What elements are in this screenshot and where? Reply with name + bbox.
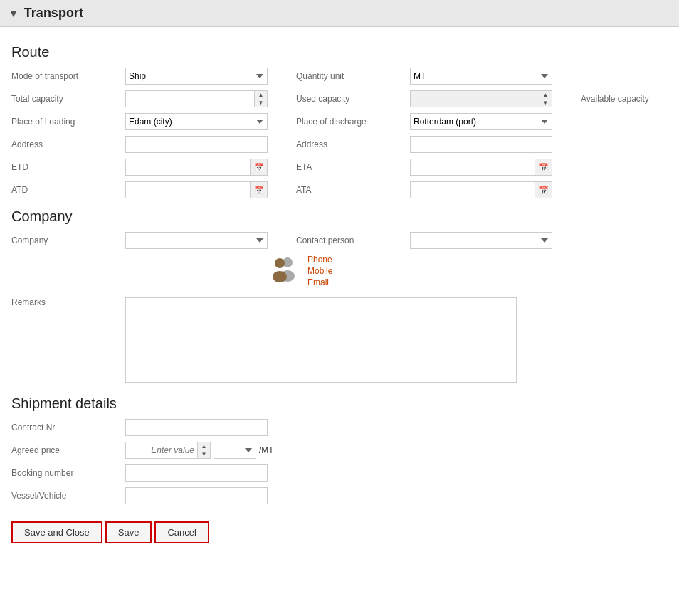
- used-capacity-input[interactable]: 33.00: [410, 90, 552, 107]
- mode-of-transport-label: Mode of transport: [11, 71, 125, 81]
- agreed-price-unit-select[interactable]: [214, 442, 256, 459]
- place-of-loading-label: Place of Loading: [11, 117, 125, 127]
- save-and-close-button[interactable]: Save and Close: [11, 521, 102, 543]
- phone-link[interactable]: Phone: [307, 255, 332, 265]
- agreed-price-spin-up[interactable]: ▲: [198, 442, 210, 450]
- agreed-price-unit-label: /MT: [259, 445, 274, 455]
- place-of-loading-select[interactable]: Edam (city): [125, 113, 268, 130]
- mode-of-transport-container: Ship: [125, 68, 268, 85]
- company-select-container: [125, 232, 268, 249]
- mode-of-transport-select[interactable]: Ship: [125, 68, 268, 85]
- etd-container: 9/1/2014 📅: [125, 159, 268, 176]
- etd-label: ETD: [11, 162, 125, 172]
- mobile-link[interactable]: Mobile: [307, 266, 332, 276]
- save-button[interactable]: Save: [105, 521, 152, 543]
- agreed-price-row: ▲ ▼ /MT: [125, 442, 381, 459]
- svg-point-2: [275, 258, 285, 268]
- footer-buttons: Save and Close Save Cancel: [11, 521, 668, 551]
- remarks-label: Remarks: [11, 297, 125, 307]
- quantity-unit-container: MT: [410, 68, 552, 85]
- total-capacity-input[interactable]: 33.000: [125, 90, 268, 107]
- contact-links: Phone Mobile Email: [307, 255, 332, 287]
- etd-input[interactable]: 9/1/2014: [125, 159, 251, 176]
- address-discharge-input[interactable]: [410, 136, 552, 153]
- contact-info-area: Phone Mobile Email: [268, 255, 668, 287]
- eta-label: ETA: [296, 162, 410, 172]
- used-capacity-label: Used capacity: [296, 94, 410, 104]
- contract-nr-input[interactable]: [125, 419, 268, 436]
- company-select[interactable]: [125, 232, 268, 249]
- address-loading-input[interactable]: [125, 136, 268, 153]
- people-icon: [268, 256, 299, 287]
- address-loading-label: Address: [11, 139, 125, 149]
- quantity-unit-label: Quantity unit: [296, 71, 410, 81]
- booking-number-label: Booking number: [11, 468, 125, 478]
- vessel-vehicle-label: Vessel/Vehicle: [11, 491, 125, 501]
- route-section-title: Route: [11, 44, 668, 60]
- eta-container: 9/30/2014 📅: [410, 159, 552, 176]
- used-capacity-spinners: ▲ ▼: [539, 91, 552, 107]
- company-section-title: Company: [11, 208, 668, 225]
- used-capacity-spin-down[interactable]: ▼: [539, 99, 552, 107]
- email-link[interactable]: Email: [307, 277, 332, 287]
- route-form-grid: Mode of transport Ship Quantity unit MT …: [11, 68, 668, 198]
- shipment-section-title: Shipment details: [11, 395, 668, 412]
- company-form-grid: Company Contact person: [11, 232, 668, 249]
- booking-number-input[interactable]: [125, 464, 268, 482]
- used-capacity-spin-up[interactable]: ▲: [539, 91, 552, 99]
- title-bar: ▼ Transport: [0, 0, 679, 27]
- atd-label: ATD: [11, 185, 125, 195]
- agreed-price-spin-container: ▲ ▼: [125, 442, 211, 459]
- remarks-textarea[interactable]: [125, 297, 517, 383]
- used-capacity-container: 33.00 ▲ ▼: [410, 90, 552, 107]
- etd-calendar-button[interactable]: 📅: [251, 159, 268, 176]
- ata-container: 📅: [410, 181, 552, 198]
- available-capacity-label: Available capacity: [581, 94, 679, 104]
- address-discharge-label: Address: [296, 139, 410, 149]
- agreed-price-spin-down[interactable]: ▼: [198, 450, 210, 458]
- contract-nr-label: Contract Nr: [11, 423, 125, 432]
- atd-container: 📅: [125, 181, 268, 198]
- ata-calendar-button[interactable]: 📅: [535, 181, 552, 198]
- contact-person-container: [410, 232, 552, 249]
- total-capacity-spin-down[interactable]: ▼: [255, 99, 267, 107]
- page-title: Transport: [24, 6, 83, 21]
- place-of-discharge-container: Rotterdam (port): [410, 113, 552, 130]
- cancel-button[interactable]: Cancel: [154, 521, 209, 543]
- contact-person-select[interactable]: [410, 232, 552, 249]
- place-of-discharge-label: Place of discharge: [296, 117, 410, 127]
- total-capacity-container: 33.000 ▲ ▼: [125, 90, 268, 107]
- total-capacity-spin-up[interactable]: ▲: [255, 91, 267, 99]
- eta-input[interactable]: 9/30/2014: [410, 159, 535, 176]
- place-of-discharge-select[interactable]: Rotterdam (port): [410, 113, 552, 130]
- eta-calendar-button[interactable]: 📅: [535, 159, 552, 176]
- agreed-price-spinners: ▲ ▼: [197, 442, 210, 458]
- atd-calendar-button[interactable]: 📅: [251, 181, 268, 198]
- contact-person-label: Contact person: [296, 235, 410, 245]
- ata-label: ATA: [296, 185, 410, 195]
- main-content: Route Mode of transport Ship Quantity un…: [0, 27, 679, 565]
- company-label: Company: [11, 235, 125, 245]
- shipment-form-grid: Contract Nr Agreed price ▲ ▼ /MT Booking…: [11, 419, 668, 504]
- quantity-unit-select[interactable]: MT: [410, 68, 552, 85]
- atd-input[interactable]: [125, 181, 251, 198]
- remarks-grid: Remarks: [11, 297, 668, 383]
- total-capacity-label: Total capacity: [11, 94, 125, 104]
- ata-input[interactable]: [410, 181, 535, 198]
- vessel-vehicle-input[interactable]: [125, 487, 268, 504]
- total-capacity-spinners: ▲ ▼: [254, 91, 267, 107]
- collapse-icon[interactable]: ▼: [9, 8, 19, 19]
- agreed-price-label: Agreed price: [11, 445, 125, 455]
- place-of-loading-container: Edam (city): [125, 113, 268, 130]
